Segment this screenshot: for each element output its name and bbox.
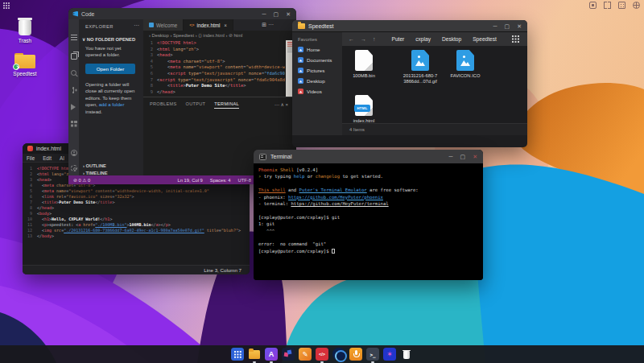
taskbar-icon[interactable] <box>400 348 413 361</box>
menu-item[interactable]: Edit <box>43 155 52 161</box>
tab-output[interactable]: OUTPUT <box>186 101 206 109</box>
run-debug-icon[interactable] <box>71 104 76 110</box>
vscode-code-area[interactable]: 1<!DOCTYPE html>2<html lang="zh">3<head>… <box>143 40 285 97</box>
file-manager-title: Speedtest <box>308 23 334 29</box>
status-item[interactable]: UTF-8 <box>238 178 251 183</box>
html-file-icon: <> <box>189 23 194 27</box>
taskbar-icon[interactable] <box>349 348 362 361</box>
breadcrumb-item[interactable]: cxplay <box>415 36 431 42</box>
terminal-icon <box>259 154 266 160</box>
file-item[interactable]: HTML index.html <box>338 95 390 124</box>
menu-icon[interactable] <box>71 34 77 40</box>
taskbar-icon[interactable]: </> <box>316 348 328 361</box>
editor-actions[interactable]: ⊞ ⋯ <box>262 22 274 28</box>
extensions-icon[interactable] <box>71 121 77 127</box>
taskbar-icon[interactable]: ✶ <box>383 348 396 361</box>
maximize-icon[interactable]: ▢ <box>274 11 279 17</box>
taskbar-icon[interactable]: >_ <box>366 348 379 361</box>
tab-welcome[interactable]: Welcome <box>143 19 184 31</box>
taskbar-icon[interactable] <box>231 348 244 361</box>
tab-close-icon[interactable]: × <box>224 23 227 28</box>
settings-gear-icon[interactable] <box>71 165 77 171</box>
minimize-icon[interactable]: ─ <box>262 11 266 17</box>
open-folder-button[interactable]: Open Folder <box>85 64 135 74</box>
maximize-icon[interactable]: ▢ <box>505 23 510 29</box>
terminal-line: [cxplay@puter.com/cxplay]$ git <box>258 214 478 221</box>
back-icon[interactable]: ← <box>349 36 354 42</box>
sidebar-item[interactable]: Home <box>298 47 320 52</box>
account-icon[interactable] <box>71 150 77 156</box>
file-item[interactable]: 20131216-680-7 3866dd...07d.gif <box>394 50 446 85</box>
taskbar-icon[interactable] <box>282 348 295 361</box>
taskbar-icon[interactable]: ✎ <box>299 348 312 361</box>
file-item[interactable]: FAVICON.ICO <box>440 50 491 79</box>
terminal-line: [cxplay@puter.com/cxplay]$ <box>258 248 478 254</box>
code-line: 4 <meta charset="utf-8"> <box>143 59 285 65</box>
problems-status[interactable]: ⊘ 0 ⚠ 0 <box>73 178 90 183</box>
terminal-line: - phoenix: https://github.com/HeyPuter/p… <box>258 194 478 200</box>
add-folder-link[interactable]: add a folder <box>99 102 125 107</box>
tray-icon[interactable] <box>633 2 640 9</box>
breadcrumb-item[interactable]: Speedtest <box>473 36 497 42</box>
editor-app-icon <box>27 146 33 151</box>
taskbar-icon[interactable]: A <box>265 348 278 361</box>
source-control-icon[interactable] <box>71 87 77 93</box>
outline-section[interactable]: › OUTLINE <box>83 163 106 168</box>
code-line: 7<script type="text/javascript" nonce="f… <box>143 77 285 84</box>
terminal-titlebar[interactable]: Terminal ─▢✕ <box>254 150 483 163</box>
no-folder-section[interactable]: ∨ NO FOLDER OPENED <box>82 37 135 42</box>
close-icon[interactable]: ✕ <box>473 154 477 159</box>
terminal-output[interactable]: Phoenix Shell [v0.2.4]⚡ try typing help … <box>254 163 483 280</box>
code-line: 10 <h1>Hello, CXPLAY World!</h1> <box>23 217 250 222</box>
up-icon[interactable]: ↑ <box>373 36 376 42</box>
vscode-titlebar[interactable]: Code ─▢✕ <box>68 8 296 19</box>
close-icon[interactable]: ✕ <box>517 23 522 29</box>
maximize-icon[interactable]: ▢ <box>460 154 466 159</box>
status-item[interactable]: Spaces: 4 <box>210 178 231 183</box>
tray-icon[interactable] <box>604 2 611 9</box>
terminal-line: ⚡ try typing help or changelog to get st… <box>258 173 478 179</box>
desktop-icon-trash[interactable]: Trash <box>7 18 43 43</box>
minimize-icon[interactable]: ─ <box>493 23 497 29</box>
file-manager-statusbar: 4 Items <box>342 123 527 135</box>
sidebar-item[interactable]: Documents <box>298 57 332 63</box>
layout-grid-icon[interactable] <box>512 35 519 43</box>
breadcrumb-item[interactable]: Puter <box>392 36 405 42</box>
tray-icon[interactable] <box>589 2 597 9</box>
tab-terminal[interactable]: TERMINAL <box>214 101 239 109</box>
close-icon[interactable]: ✕ <box>286 11 291 17</box>
forward-icon[interactable]: → <box>361 36 366 42</box>
sidebar-item-icon <box>298 78 303 84</box>
file-item[interactable]: 100MB.bin <box>338 50 390 79</box>
search-icon[interactable] <box>71 70 76 76</box>
breadcrumb-item[interactable]: Desktop <box>442 36 461 42</box>
breadcrumb[interactable]: › Desktop › Speedtest › ⟨⟩ index.html › … <box>149 33 242 38</box>
explorer-icon[interactable] <box>71 53 77 60</box>
sidebar-item[interactable]: Desktop <box>298 78 325 84</box>
vscode-tabbar: Welcome <>index.html× ⊞ ⋯ <box>143 19 296 31</box>
desktop-menu-icon[interactable] <box>2 2 10 9</box>
tray-icon[interactable] <box>618 2 625 9</box>
file-manager-titlebar[interactable]: Speedtest ─▢✕ <box>292 20 527 32</box>
status-item[interactable]: Ln 19, Col 9 <box>178 178 203 183</box>
desktop-icon-label: Trash <box>7 38 43 43</box>
terminal-window: Terminal ─▢✕ Phoenix Shell [v0.2.4]⚡ try… <box>254 150 483 280</box>
explorer-more-icon[interactable]: ⋯ <box>134 23 139 29</box>
terminal-line: - terminal: https://github.com/HeyPuter/… <box>258 200 478 207</box>
taskbar-icon[interactable] <box>248 348 261 361</box>
tab-index-html[interactable]: <>index.html× <box>184 19 233 31</box>
panel-actions[interactable]: ⋯ ∧ × <box>275 101 288 107</box>
tab-problems[interactable]: PROBLEMS <box>150 101 177 109</box>
sidebar-item-icon <box>298 68 303 73</box>
minimize-icon[interactable]: ─ <box>449 154 453 159</box>
desktop-icon-speedtest[interactable]: Speedtest <box>7 53 43 76</box>
taskbar-icon[interactable] <box>332 348 345 361</box>
file-icon: HTML <box>355 95 373 116</box>
sidebar-item[interactable]: Pictures <box>298 68 324 73</box>
sidebar-item[interactable]: Videos <box>298 89 322 94</box>
cursor-position: Line 3, Column 7 <box>204 267 242 273</box>
vscode-title: Code <box>81 11 94 17</box>
menu-item[interactable]: AI <box>60 155 64 161</box>
menu-item[interactable]: File <box>27 155 35 161</box>
taskbar: A✎</>>_✶ <box>0 345 644 363</box>
